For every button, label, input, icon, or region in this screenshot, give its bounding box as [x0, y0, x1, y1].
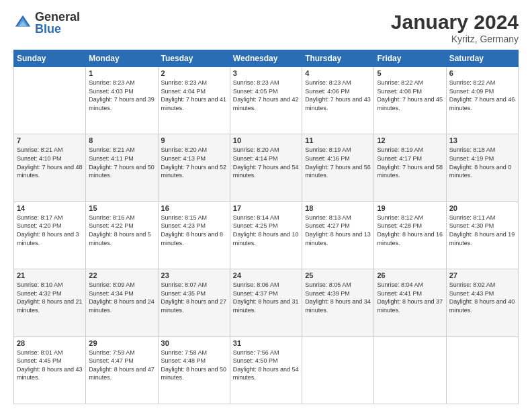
- calendar-cell: [302, 336, 374, 404]
- day-info: Sunrise: 8:21 AM Sunset: 4:11 PM Dayligh…: [89, 146, 154, 179]
- header-sunday: Sunday: [14, 50, 86, 67]
- day-number: 27: [449, 271, 515, 279]
- day-info: Sunrise: 8:13 AM Sunset: 4:27 PM Dayligh…: [305, 214, 371, 247]
- calendar-header-row: Sunday Monday Tuesday Wednesday Thursday…: [14, 50, 519, 67]
- calendar-table: Sunday Monday Tuesday Wednesday Thursday…: [13, 50, 519, 404]
- logo-blue-text: Blue: [35, 23, 80, 35]
- calendar-cell: 16Sunrise: 8:15 AM Sunset: 4:23 PM Dayli…: [158, 201, 230, 269]
- day-number: 7: [17, 136, 83, 144]
- day-number: 24: [233, 271, 299, 279]
- day-info: Sunrise: 8:20 AM Sunset: 4:14 PM Dayligh…: [233, 146, 299, 179]
- day-info: Sunrise: 7:56 AM Sunset: 4:50 PM Dayligh…: [233, 349, 299, 382]
- calendar-cell: 3Sunrise: 8:23 AM Sunset: 4:05 PM Daylig…: [230, 67, 302, 134]
- calendar-cell: 19Sunrise: 8:12 AM Sunset: 4:28 PM Dayli…: [374, 201, 446, 269]
- day-number: 15: [89, 204, 154, 212]
- calendar-cell: [14, 67, 86, 134]
- day-info: Sunrise: 8:04 AM Sunset: 4:41 PM Dayligh…: [377, 281, 443, 314]
- day-number: 6: [449, 69, 515, 77]
- day-number: 31: [233, 339, 299, 347]
- calendar-cell: 5Sunrise: 8:22 AM Sunset: 4:08 PM Daylig…: [374, 67, 446, 134]
- day-info: Sunrise: 8:15 AM Sunset: 4:23 PM Dayligh…: [161, 214, 227, 247]
- day-info: Sunrise: 8:09 AM Sunset: 4:34 PM Dayligh…: [89, 281, 154, 314]
- calendar-cell: 4Sunrise: 8:23 AM Sunset: 4:06 PM Daylig…: [302, 67, 374, 134]
- day-number: 28: [17, 339, 83, 347]
- day-number: 1: [89, 69, 154, 77]
- day-info: Sunrise: 8:23 AM Sunset: 4:06 PM Dayligh…: [305, 79, 371, 112]
- day-info: Sunrise: 8:02 AM Sunset: 4:43 PM Dayligh…: [449, 281, 515, 314]
- calendar-cell: 13Sunrise: 8:18 AM Sunset: 4:19 PM Dayli…: [446, 134, 518, 201]
- day-info: Sunrise: 8:18 AM Sunset: 4:19 PM Dayligh…: [449, 146, 515, 179]
- day-number: 10: [233, 136, 299, 144]
- day-number: 19: [377, 204, 443, 212]
- calendar-cell: 26Sunrise: 8:04 AM Sunset: 4:41 PM Dayli…: [374, 269, 446, 336]
- header-tuesday: Tuesday: [158, 50, 230, 67]
- calendar-week-5: 28Sunrise: 8:01 AM Sunset: 4:45 PM Dayli…: [14, 336, 519, 404]
- day-info: Sunrise: 8:19 AM Sunset: 4:16 PM Dayligh…: [305, 146, 371, 179]
- day-info: Sunrise: 8:20 AM Sunset: 4:13 PM Dayligh…: [161, 146, 227, 179]
- day-number: 21: [17, 271, 83, 279]
- page: General Blue January 2024 Kyritz, German…: [0, 0, 532, 411]
- day-info: Sunrise: 8:23 AM Sunset: 4:03 PM Dayligh…: [89, 79, 154, 112]
- calendar-cell: 23Sunrise: 8:07 AM Sunset: 4:35 PM Dayli…: [158, 269, 230, 336]
- calendar-cell: 8Sunrise: 8:21 AM Sunset: 4:11 PM Daylig…: [86, 134, 158, 201]
- day-number: 25: [305, 271, 371, 279]
- calendar-cell: 31Sunrise: 7:56 AM Sunset: 4:50 PM Dayli…: [230, 336, 302, 404]
- day-info: Sunrise: 8:10 AM Sunset: 4:32 PM Dayligh…: [17, 281, 83, 314]
- day-number: 2: [161, 69, 227, 77]
- day-info: Sunrise: 8:23 AM Sunset: 4:05 PM Dayligh…: [233, 79, 299, 112]
- day-info: Sunrise: 8:16 AM Sunset: 4:22 PM Dayligh…: [89, 214, 154, 247]
- calendar-cell: 14Sunrise: 8:17 AM Sunset: 4:20 PM Dayli…: [14, 201, 86, 269]
- day-number: 30: [161, 339, 227, 347]
- day-number: 26: [377, 271, 443, 279]
- header-saturday: Saturday: [446, 50, 518, 67]
- header-friday: Friday: [374, 50, 446, 67]
- calendar-cell: 28Sunrise: 8:01 AM Sunset: 4:45 PM Dayli…: [14, 336, 86, 404]
- calendar-cell: 10Sunrise: 8:20 AM Sunset: 4:14 PM Dayli…: [230, 134, 302, 201]
- calendar-cell: 1Sunrise: 8:23 AM Sunset: 4:03 PM Daylig…: [86, 67, 158, 134]
- calendar-cell: 7Sunrise: 8:21 AM Sunset: 4:10 PM Daylig…: [14, 134, 86, 201]
- day-number: 9: [161, 136, 227, 144]
- calendar-cell: [374, 336, 446, 404]
- day-info: Sunrise: 8:23 AM Sunset: 4:04 PM Dayligh…: [161, 79, 227, 112]
- logo-icon: [13, 13, 32, 32]
- calendar-cell: 6Sunrise: 8:22 AM Sunset: 4:09 PM Daylig…: [446, 67, 518, 134]
- day-info: Sunrise: 8:05 AM Sunset: 4:39 PM Dayligh…: [305, 281, 371, 314]
- header-monday: Monday: [86, 50, 158, 67]
- header-wednesday: Wednesday: [230, 50, 302, 67]
- day-info: Sunrise: 8:06 AM Sunset: 4:37 PM Dayligh…: [233, 281, 299, 314]
- calendar-cell: 24Sunrise: 8:06 AM Sunset: 4:37 PM Dayli…: [230, 269, 302, 336]
- day-number: 3: [233, 69, 299, 77]
- logo-text: General Blue: [35, 11, 80, 35]
- day-number: 18: [305, 204, 371, 212]
- title-block: January 2024 Kyritz, Germany: [391, 11, 519, 44]
- day-number: 23: [161, 271, 227, 279]
- day-number: 8: [89, 136, 154, 144]
- calendar-cell: 2Sunrise: 8:23 AM Sunset: 4:04 PM Daylig…: [158, 67, 230, 134]
- calendar-cell: 15Sunrise: 8:16 AM Sunset: 4:22 PM Dayli…: [86, 201, 158, 269]
- location: Kyritz, Germany: [391, 34, 519, 44]
- day-info: Sunrise: 7:59 AM Sunset: 4:47 PM Dayligh…: [89, 349, 154, 382]
- day-info: Sunrise: 8:14 AM Sunset: 4:25 PM Dayligh…: [233, 214, 299, 247]
- calendar-cell: 22Sunrise: 8:09 AM Sunset: 4:34 PM Dayli…: [86, 269, 158, 336]
- month-title: January 2024: [391, 11, 519, 34]
- logo-general-text: General: [35, 11, 80, 23]
- calendar-cell: 29Sunrise: 7:59 AM Sunset: 4:47 PM Dayli…: [86, 336, 158, 404]
- day-info: Sunrise: 8:22 AM Sunset: 4:08 PM Dayligh…: [377, 79, 443, 112]
- calendar-cell: 18Sunrise: 8:13 AM Sunset: 4:27 PM Dayli…: [302, 201, 374, 269]
- calendar-cell: 21Sunrise: 8:10 AM Sunset: 4:32 PM Dayli…: [14, 269, 86, 336]
- header: General Blue January 2024 Kyritz, German…: [13, 11, 519, 44]
- calendar-cell: 27Sunrise: 8:02 AM Sunset: 4:43 PM Dayli…: [446, 269, 518, 336]
- day-info: Sunrise: 8:22 AM Sunset: 4:09 PM Dayligh…: [449, 79, 515, 112]
- calendar-week-2: 7Sunrise: 8:21 AM Sunset: 4:10 PM Daylig…: [14, 134, 519, 201]
- logo: General Blue: [13, 11, 80, 35]
- day-info: Sunrise: 8:17 AM Sunset: 4:20 PM Dayligh…: [17, 214, 83, 247]
- day-number: 11: [305, 136, 371, 144]
- day-number: 17: [233, 204, 299, 212]
- day-number: 4: [305, 69, 371, 77]
- calendar-week-3: 14Sunrise: 8:17 AM Sunset: 4:20 PM Dayli…: [14, 201, 519, 269]
- day-info: Sunrise: 8:01 AM Sunset: 4:45 PM Dayligh…: [17, 349, 83, 382]
- day-number: 16: [161, 204, 227, 212]
- day-info: Sunrise: 8:07 AM Sunset: 4:35 PM Dayligh…: [161, 281, 227, 314]
- day-number: 22: [89, 271, 154, 279]
- day-number: 12: [377, 136, 443, 144]
